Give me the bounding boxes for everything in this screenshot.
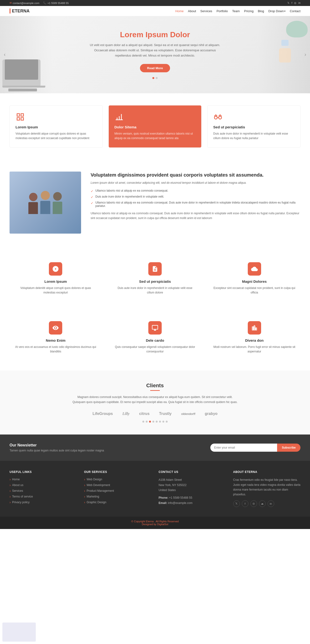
facebook-link[interactable]: f [292, 2, 292, 4]
feature-title-1: Lorem Ipsum [15, 125, 97, 129]
about-section: Voluptatem dignissimos provident quasi c… [0, 160, 310, 246]
service2-title-3: Divera don [213, 338, 296, 342]
feature-title-3: Sed ut perspiciatis [213, 125, 295, 129]
newsletter-subscribe-button[interactable]: Subscribe [277, 444, 301, 452]
footer-link-terms[interactable]: Terms of service [9, 495, 77, 498]
footer-service-graphic[interactable]: Graphic Design [84, 500, 152, 504]
about-image [9, 172, 81, 234]
navbar: ETERNA Home About Services Portfolio Tea… [0, 6, 310, 16]
nav-contact[interactable]: Contact [290, 9, 301, 13]
clients-dots [9, 421, 301, 422]
clients-dot-1[interactable] [142, 421, 144, 422]
footer-service-web-design[interactable]: Web Design [84, 478, 152, 481]
clients-dot-8[interactable] [166, 421, 168, 422]
newsletter-form: Subscribe [210, 444, 301, 452]
nav-blog[interactable]: Blog [258, 9, 264, 13]
feature-card-3: Sed ut perspiciatis Duis aute irure dolo… [207, 105, 301, 148]
nav-links: Home About Services Portfolio Team Prici… [175, 9, 301, 13]
hero-deco-left [0, 16, 52, 93]
hero-next-arrow[interactable]: › [305, 52, 306, 58]
check-item-1: ✓ Ullamco laboris nisi ut aliquip ex ea … [91, 189, 301, 193]
service-item-3: Magni Dolores Excepteur sint occaecat cu… [208, 258, 301, 300]
instagram-link[interactable]: ◎ [294, 2, 297, 4]
binoculars-icon [213, 112, 223, 122]
footer-link-services[interactable]: Services [9, 489, 77, 493]
footer-instagram-icon[interactable]: ◎ [250, 500, 257, 507]
chart-icon [114, 112, 124, 122]
nav-portfolio[interactable]: Portfolio [217, 9, 228, 13]
services-grid: Lorem Ipsum Voluptatum delenitit atque c… [9, 258, 301, 300]
svg-rect-3 [21, 118, 24, 120]
hero-title: Lorem Ipsum Dolor [88, 30, 222, 39]
designer-name: DigitalSol [157, 523, 168, 526]
footer-social-icons: 𝕏 f ◎ ☁ in [233, 500, 301, 507]
service2-title-2: Dele cardo [114, 338, 197, 342]
nav-dropdown[interactable]: Drop Down [268, 9, 286, 13]
footer-service-web-dev[interactable]: Web Development [84, 483, 152, 487]
footer-contact-us: CONTACT US A108 Adam Street New York, NY… [159, 470, 226, 507]
clients-dot-6[interactable] [159, 421, 161, 422]
service-desc-2: Duis aute irure dolor in reprehenderit i… [114, 286, 197, 295]
footer-our-services-list: Web Design Web Development Product Manag… [84, 478, 152, 504]
hero-description: Ut velit est quam dolor ad a aliquid qui… [88, 42, 222, 58]
topbar-social: 𝕏 f ◎ in [287, 2, 301, 4]
footer-linkedin-icon[interactable]: in [268, 500, 274, 507]
clients-dot-3[interactable] [149, 421, 151, 422]
footer-link-privacy[interactable]: Privacy policy [9, 500, 77, 504]
newsletter-email-input[interactable] [210, 444, 277, 452]
phone-icon: 📞 [43, 2, 46, 4]
clients-dot-7[interactable] [162, 421, 164, 422]
footer-link-home[interactable]: Home [9, 478, 77, 481]
clients-description: Magnam dolores commodi suscipit. Necessi… [71, 395, 239, 404]
clients-dot-2[interactable] [146, 421, 148, 422]
footer-service-marketing[interactable]: Marketing [84, 495, 152, 498]
svg-point-9 [219, 116, 222, 119]
hero-section: ‹ Lorem Ipsum Dolor Ut velit est quam do… [0, 16, 310, 93]
footer-skype-icon[interactable]: ☁ [259, 500, 266, 507]
twitter-link[interactable]: 𝕏 [287, 2, 290, 4]
hero-prev-arrow[interactable]: ‹ [4, 52, 5, 58]
about-content: Voluptatem dignissimos provident quasi c… [91, 172, 301, 221]
newsletter-text: Our Newsletter Tamen quem nulla quae leg… [9, 443, 104, 452]
services2-grid: Nemo Enim At vero eos et accusamus et iu… [9, 316, 301, 359]
newsletter-title: Our Newsletter [9, 443, 104, 448]
service2-desc-1: At vero eos et accusamus et iusto odio d… [14, 345, 97, 354]
nav-services[interactable]: Services [200, 9, 212, 13]
service2-desc-3: Modi nostrum vel laborum. Porro fugit er… [213, 345, 296, 354]
feature-desc-2: Minim veniam, quis nostrud exercitation … [114, 132, 196, 140]
hero-dot-1[interactable] [152, 77, 154, 79]
email-icon: ✉ [9, 2, 12, 4]
hero-cta-button[interactable]: Read More [140, 64, 170, 72]
newsletter-description: Tamen quem nulla quae legam multos aute … [9, 449, 104, 452]
service-title-1: Lorem Ipsum [14, 280, 97, 284]
logo: ETERNA [9, 8, 29, 14]
clients-dot-4[interactable] [152, 421, 154, 422]
footer-link-about[interactable]: About us [9, 483, 77, 487]
nav-team[interactable]: Team [232, 9, 240, 13]
svg-rect-2 [17, 118, 20, 120]
footer-service-product[interactable]: Product Management [84, 489, 152, 493]
svg-point-8 [214, 116, 217, 119]
monitor-icon-box [148, 321, 162, 334]
building-icon-box [248, 321, 261, 334]
footer-our-services-title: OUR SERVICES [84, 470, 152, 474]
linkedin-link[interactable]: in [298, 2, 301, 4]
footer-twitter-icon[interactable]: 𝕏 [233, 500, 240, 507]
footer-about-eterna: About Eterna Cras fermentum odio eu feug… [233, 470, 301, 507]
topbar-phone: 📞 +1 5589 55488 55 [43, 2, 69, 4]
topbar-contact: ✉ contact@example.com 📞 +1 5589 55488 55 [9, 2, 69, 4]
service-title-3: Magni Dolores [213, 280, 296, 284]
footer-facebook-icon[interactable]: f [242, 500, 249, 507]
clients-dot-5[interactable] [156, 421, 158, 422]
footer-phone: Phone: +1 5589 55488 55 [159, 495, 226, 500]
nav-home[interactable]: Home [175, 9, 184, 13]
service-desc-3: Excepteur sint occaecat cupidatat non pr… [213, 286, 296, 295]
service-item-2: Sed ut perspiciatis Duis aute irure dolo… [109, 258, 201, 300]
hero-dot-2[interactable] [156, 77, 158, 79]
check-icon-3: ✓ [91, 201, 93, 205]
cloud-icon-box [248, 262, 261, 276]
nav-pricing[interactable]: Pricing [244, 9, 254, 13]
nav-about[interactable]: About [188, 9, 196, 13]
eye-icon-box [49, 321, 62, 334]
footer-links: USEFUL LINKS Home About us Services Term… [0, 461, 310, 516]
